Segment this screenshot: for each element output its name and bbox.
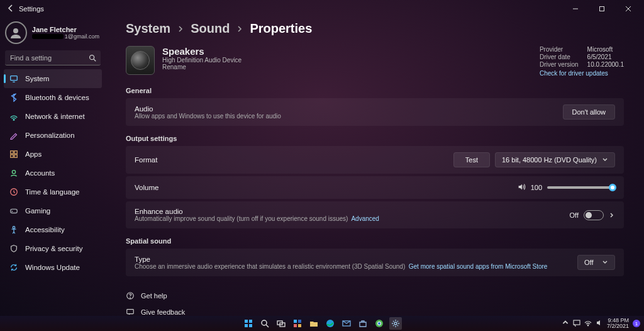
- svg-rect-6: [14, 151, 17, 154]
- svg-rect-19: [249, 324, 252, 327]
- spatial-sub: Choose an immersive audio experience tha…: [135, 263, 577, 270]
- format-title: Format: [135, 156, 453, 164]
- format-dropdown[interactable]: 16 bit, 48000 Hz (DVD Quality): [495, 152, 615, 167]
- sidebar-item-apps[interactable]: Apps: [4, 145, 102, 164]
- edge-icon[interactable]: [324, 317, 336, 330]
- volume-card: Volume 100: [126, 176, 624, 199]
- dont-allow-button[interactable]: Don't allow: [563, 104, 615, 120]
- enhance-card[interactable]: Enhance audio Automatically improve soun…: [126, 201, 624, 228]
- svg-rect-11: [11, 209, 18, 213]
- system-icon: [9, 74, 19, 84]
- enhance-toggle[interactable]: [584, 210, 604, 220]
- enhance-state: Off: [570, 211, 579, 219]
- provider-label: Provider: [540, 46, 579, 53]
- chevron-right-icon: [177, 21, 184, 36]
- tray-wifi-icon[interactable]: [584, 319, 592, 328]
- update-icon: [9, 262, 19, 272]
- spatial-dropdown[interactable]: Off: [577, 255, 615, 270]
- audio-title: Audio: [135, 105, 563, 113]
- chevron-down-icon: [602, 259, 608, 266]
- user-email-redacted: [32, 34, 64, 39]
- sidebar-item-accessibility[interactable]: Accessibility: [4, 220, 102, 239]
- task-view-icon[interactable]: [275, 317, 287, 330]
- get-help-link[interactable]: Get help: [126, 288, 624, 304]
- sidebar-item-label: Gaming: [25, 207, 50, 215]
- back-icon[interactable]: [6, 3, 16, 14]
- tray-volume-icon[interactable]: [596, 319, 603, 328]
- audio-card: Audio Allow apps and Windows to use this…: [126, 98, 624, 126]
- format-card: Format Test 16 bit, 48000 Hz (DVD Qualit…: [126, 146, 624, 174]
- explorer-icon[interactable]: [308, 317, 320, 330]
- sidebar-item-update[interactable]: Windows Update: [4, 258, 102, 277]
- settings-taskbar-icon[interactable]: [389, 317, 402, 330]
- apps-icon: [9, 149, 19, 159]
- svg-rect-7: [11, 155, 13, 157]
- breadcrumb-current: Properties: [250, 21, 312, 36]
- app-title: Settings: [16, 5, 44, 13]
- store-icon[interactable]: [357, 317, 369, 330]
- svg-rect-18: [245, 324, 248, 327]
- section-output: Output settings: [126, 135, 624, 142]
- svg-rect-5: [11, 151, 13, 154]
- sidebar-item-label: Apps: [25, 150, 42, 158]
- tray-chevron-icon[interactable]: [562, 319, 569, 328]
- sidebar-item-label: Personalization: [25, 132, 75, 139]
- svg-point-9: [12, 171, 15, 174]
- tray-date[interactable]: 7/2/2021: [607, 323, 629, 329]
- sidebar-item-time[interactable]: Time & language: [4, 182, 102, 201]
- network-icon: [9, 111, 19, 121]
- driver-version-value: 10.0.22000.1: [587, 61, 624, 68]
- spatial-title: Type: [135, 255, 577, 263]
- enhance-advanced-link[interactable]: Advanced: [351, 215, 379, 222]
- test-button[interactable]: Test: [453, 152, 490, 167]
- sidebar-item-label: System: [25, 75, 49, 82]
- sidebar-item-system[interactable]: System: [4, 69, 102, 88]
- sidebar-item-network[interactable]: Network & internet: [4, 107, 102, 126]
- notification-badge[interactable]: 1: [633, 320, 640, 327]
- sidebar-item-accounts[interactable]: Accounts: [4, 164, 102, 182]
- user-block[interactable]: Jane Fletcher 1@gmail.com: [4, 19, 102, 49]
- search-input[interactable]: [5, 50, 101, 65]
- breadcrumb-system[interactable]: System: [126, 21, 170, 36]
- widgets-icon[interactable]: [291, 317, 304, 330]
- volume-value: 100: [531, 184, 542, 191]
- chrome-icon[interactable]: [373, 317, 386, 330]
- enhance-title: Enhance audio: [135, 208, 570, 215]
- check-driver-updates-link[interactable]: Check for driver updates: [540, 70, 624, 77]
- sidebar-item-label: Bluetooth & devices: [25, 94, 89, 101]
- close-button[interactable]: [615, 0, 641, 18]
- tray-cast-icon[interactable]: [573, 319, 580, 328]
- search-box[interactable]: [5, 50, 101, 65]
- svg-point-31: [378, 322, 380, 325]
- svg-point-32: [394, 322, 397, 325]
- start-button[interactable]: [242, 317, 255, 330]
- spatial-card: Type Choose an immersive audio experienc…: [126, 249, 624, 276]
- volume-slider[interactable]: [547, 186, 615, 189]
- sidebar-item-personalization[interactable]: Personalization: [4, 126, 102, 145]
- mail-icon[interactable]: [340, 317, 353, 330]
- svg-point-2: [90, 55, 94, 60]
- maximize-button[interactable]: [589, 0, 615, 18]
- format-value: 16 bit, 48000 Hz (DVD Quality): [502, 156, 597, 164]
- avatar: [5, 21, 27, 44]
- svg-point-34: [587, 325, 589, 326]
- spatial-store-link[interactable]: Get more spatial sound apps from Microso…: [409, 263, 548, 270]
- bluetooth-icon: [9, 93, 19, 103]
- time-icon: [9, 187, 19, 197]
- volume-title: Volume: [135, 184, 517, 191]
- breadcrumb-sound[interactable]: Sound: [191, 21, 230, 36]
- give-feedback-link[interactable]: Give feedback: [126, 304, 624, 315]
- sidebar-item-bluetooth[interactable]: Bluetooth & devices: [4, 88, 102, 107]
- sidebar-item-label: Privacy & security: [25, 245, 82, 252]
- rename-link[interactable]: Rename: [162, 64, 242, 70]
- minimize-button[interactable]: [562, 0, 589, 18]
- chevron-right-icon[interactable]: [609, 212, 615, 218]
- slider-knob[interactable]: [609, 184, 616, 191]
- svg-point-1: [13, 28, 18, 33]
- sidebar-item-label: Accessibility: [25, 226, 65, 233]
- volume-icon[interactable]: [517, 182, 526, 193]
- taskbar-search-icon[interactable]: [258, 317, 271, 330]
- svg-point-14: [130, 298, 130, 298]
- sidebar-item-gaming[interactable]: Gaming: [4, 201, 102, 220]
- sidebar-item-privacy[interactable]: Privacy & security: [4, 239, 102, 258]
